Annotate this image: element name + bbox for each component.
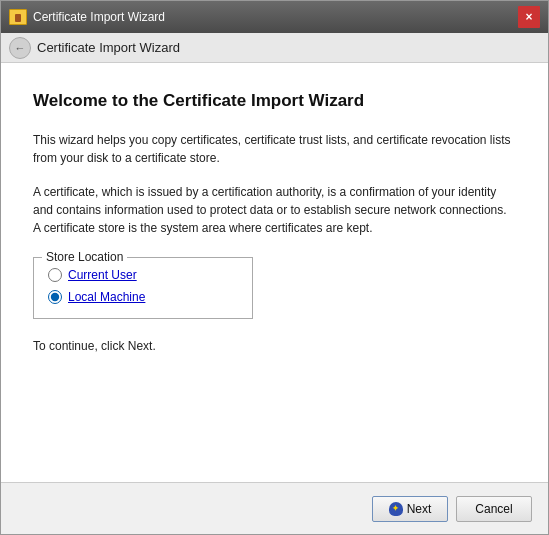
store-location-legend: Store Location xyxy=(42,250,127,264)
shield-icon: ✦ xyxy=(389,502,403,516)
back-button[interactable]: ← xyxy=(9,37,31,59)
close-button[interactable]: × xyxy=(518,6,540,28)
current-user-option[interactable]: Current User xyxy=(48,268,238,282)
nav-bar: ← Certificate Import Wizard xyxy=(1,33,548,63)
wizard-heading: Welcome to the Certificate Import Wizard xyxy=(33,91,516,111)
cancel-button-label: Cancel xyxy=(475,502,512,516)
next-button-label: Next xyxy=(407,502,432,516)
continue-text: To continue, click Next. xyxy=(33,339,516,353)
title-bar-left: Certificate Import Wizard xyxy=(9,8,165,26)
title-bar: Certificate Import Wizard × xyxy=(1,1,548,33)
wizard-window: Certificate Import Wizard × ← Certificat… xyxy=(0,0,549,535)
local-machine-radio[interactable] xyxy=(48,290,62,304)
store-location-group: Store Location Current User Local Machin… xyxy=(33,257,253,319)
next-shield-icon: ✦ xyxy=(389,502,403,516)
certificate-icon xyxy=(9,9,27,25)
wizard-content: Welcome to the Certificate Import Wizard… xyxy=(1,63,548,482)
description-text-2: A certificate, which is issued by a cert… xyxy=(33,183,516,237)
wizard-footer: ✦ Next Cancel xyxy=(1,482,548,534)
current-user-radio[interactable] xyxy=(48,268,62,282)
title-bar-icon xyxy=(9,8,27,26)
local-machine-label[interactable]: Local Machine xyxy=(68,290,145,304)
current-user-label[interactable]: Current User xyxy=(68,268,137,282)
next-button[interactable]: ✦ Next xyxy=(372,496,448,522)
description-text-1: This wizard helps you copy certificates,… xyxy=(33,131,516,167)
title-bar-text: Certificate Import Wizard xyxy=(33,10,165,24)
local-machine-option[interactable]: Local Machine xyxy=(48,290,238,304)
nav-title: Certificate Import Wizard xyxy=(37,40,180,55)
cancel-button[interactable]: Cancel xyxy=(456,496,532,522)
